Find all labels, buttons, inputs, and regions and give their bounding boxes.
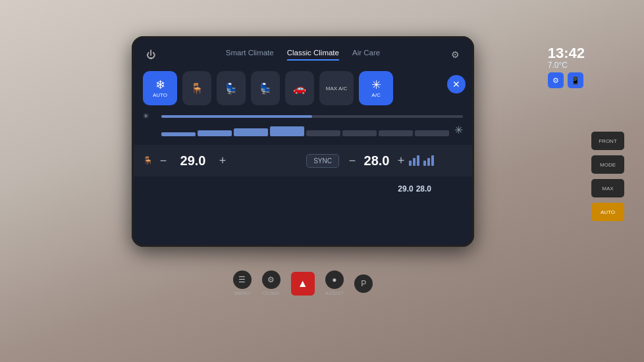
max-ac-label: MAX A/C [326, 86, 347, 91]
passenger-temp-decrease[interactable]: − [344, 154, 360, 168]
menu-icon: ☰ [233, 271, 252, 289]
fan-slider[interactable] [161, 115, 463, 118]
driver-seat-heat-icon: 🪑 [143, 156, 153, 165]
seat-heat-driver-icon: 🪑 [190, 82, 203, 95]
fan-high-icon: ✳ [454, 124, 463, 136]
tab-air-care[interactable]: Air Care [352, 49, 380, 61]
assist-label: ASSIST [325, 290, 344, 296]
mode-button[interactable]: MODE [591, 155, 624, 174]
auto-icon: ❄ [155, 79, 165, 91]
fan-level-bars [161, 123, 449, 136]
temperature-row: 🪑 − 29.0 + SYNC − 28.0 + [134, 145, 472, 176]
driver-seat-heat-bars [409, 155, 419, 166]
driver-temp-decrease[interactable]: − [155, 154, 171, 168]
auto-label: AUTO [153, 92, 167, 98]
park-icon: P [354, 274, 373, 293]
clima-button[interactable]: ⚙ CLIMA [262, 271, 281, 296]
ac-button[interactable]: ✳ A/C [359, 71, 393, 105]
clock-time: 13:42 [548, 46, 585, 61]
front-button[interactable]: FRONT [591, 132, 624, 150]
hazard-icon: ▲ [298, 278, 308, 290]
hazard-button[interactable]: ▲ [291, 272, 315, 296]
passenger-temp-increase[interactable]: + [393, 154, 409, 168]
driver-temp-value: 29.0 [176, 153, 209, 168]
assist-icon: ● [325, 271, 344, 289]
ac-sun-icon: ✳ [371, 79, 381, 91]
clima-icon: ⚙ [262, 271, 281, 289]
wifi-icon: ⚙ [548, 72, 564, 88]
max-button[interactable]: MAX [591, 179, 624, 197]
physical-buttons-row: ☰ MENU ⚙ CLIMA ▲ ● ASSIST P [132, 271, 474, 296]
fan-speed-bars-row: ✳ [143, 123, 463, 136]
right-physical-controls: FRONT MODE MAX AUTO [591, 132, 624, 221]
sync-button[interactable]: SYNC [306, 154, 339, 168]
menu-button[interactable]: ☰ MENU [233, 271, 252, 296]
park-button[interactable]: P [354, 274, 373, 293]
phone-icon: 📱 [568, 72, 583, 88]
assist-button[interactable]: ● ASSIST [325, 271, 344, 296]
seat-heat-pass-icon: 💺 [259, 82, 272, 95]
seat-heat-pass-button[interactable]: 💺 [251, 71, 280, 105]
scene: ⏻ Smart Climate Classic Climate Air Care… [0, 0, 644, 362]
passenger-temp-value: 28.0 [360, 153, 393, 168]
clock-icons: ⚙ 📱 [548, 72, 585, 88]
top-nav: ⏻ Smart Climate Classic Climate Air Care… [134, 38, 472, 66]
passenger-seat-heat-bars [423, 155, 434, 166]
seat-vent-driver-button[interactable]: 💺 [217, 71, 246, 105]
clima-label: CLIMA [263, 290, 279, 296]
driver-temp-control: − 29.0 + [155, 153, 301, 168]
climate-screen: ⏻ Smart Climate Classic Climate Air Care… [134, 38, 472, 245]
menu-label: MENU [234, 290, 250, 296]
rear-defrost-button[interactable]: 🚗 [285, 71, 314, 105]
tab-classic-climate[interactable]: Classic Climate [287, 49, 339, 61]
passenger-seat-temp-label: 28.0 [416, 184, 431, 194]
rear-defrost-icon: 🚗 [293, 82, 306, 95]
max-ac-button[interactable]: MAX A/C [319, 71, 354, 105]
power-icon[interactable]: ⏻ [143, 47, 159, 63]
controls-row: ❄ AUTO 🪑 💺 💺 🚗 [134, 66, 472, 111]
fan-slider-row: ✳ [143, 112, 463, 120]
screen-bezel: ⏻ Smart Climate Classic Climate Air Care… [132, 36, 474, 247]
auto-button[interactable]: ❄ AUTO [143, 71, 177, 105]
driver-seat-temp-label: 29.0 [398, 184, 413, 194]
fan-low-icon: ✳ [143, 112, 156, 120]
nav-tabs: Smart Climate Classic Climate Air Care [226, 49, 380, 61]
ac-label: A/C [371, 92, 380, 98]
tab-smart-climate[interactable]: Smart Climate [226, 49, 274, 61]
driver-temp-increase[interactable]: + [215, 154, 230, 168]
clock-widget: 13:42 7.0°C ⚙ 📱 [548, 46, 585, 88]
settings-icon[interactable]: ⚙ [447, 47, 463, 63]
seat-heat-driver-button[interactable]: 🪑 [182, 71, 211, 105]
right-temp-content [409, 155, 463, 166]
close-button[interactable]: ✕ [447, 75, 466, 93]
bottom-row: 29.0 28.0 [134, 176, 472, 203]
fan-area: ✳ ✳ [134, 111, 472, 145]
seat-vent-driver-icon: 💺 [225, 82, 238, 95]
outside-temperature: 7.0°C [548, 61, 585, 70]
auto-right-button[interactable]: AUTO [591, 203, 624, 221]
